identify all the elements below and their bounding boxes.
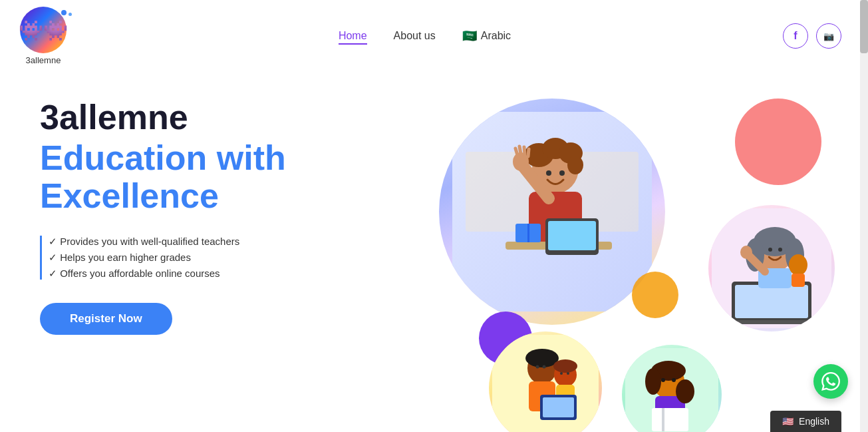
nav-link-about[interactable]: About us: [394, 30, 436, 41]
hero-title-black: 3allemne: [40, 99, 386, 136]
svg-point-46: [536, 365, 539, 369]
small-image-1-placeholder: [708, 205, 835, 331]
svg-point-49: [567, 372, 569, 375]
main-image-placeholder: [439, 99, 665, 325]
svg-point-54: [645, 368, 661, 395]
facebook-button[interactable]: f: [783, 23, 808, 49]
svg-rect-59: [662, 408, 664, 431]
svg-rect-25: [722, 320, 821, 324]
logo-dots: [61, 10, 72, 16]
svg-line-12: [524, 147, 525, 154]
svg-point-55: [676, 379, 694, 403]
svg-point-35: [768, 248, 772, 252]
svg-line-10: [515, 148, 517, 155]
svg-rect-58: [652, 408, 688, 431]
nav-item-home[interactable]: Home: [339, 30, 367, 42]
small-image-circle-1: [708, 205, 835, 331]
svg-point-56: [661, 378, 665, 382]
svg-line-13: [528, 149, 529, 156]
svg-point-47: [543, 365, 546, 369]
logo-icon: 👾: [20, 7, 67, 53]
arabic-flag-icon: 🇸🇦: [462, 29, 477, 43]
feature-3: ✓ Offers you affordable online courses: [49, 268, 386, 280]
nav-item-lang[interactable]: 🇸🇦 Arabic: [462, 29, 511, 43]
svg-rect-16: [548, 221, 596, 250]
navbar: 👾 3allemne Home About us 🇸🇦 Arabic f 📷: [0, 0, 868, 72]
hero-title-blue-line1: Education with Excellence: [40, 139, 386, 215]
language-bar[interactable]: 🇺🇸 English: [770, 411, 841, 432]
svg-rect-43: [543, 397, 574, 417]
hero-left: 3allemne Education with Excellence ✓ Pro…: [40, 85, 386, 431]
scrollbar-thumb[interactable]: [860, 0, 868, 53]
svg-rect-34: [792, 274, 805, 287]
hero-section: 3allemne Education with Excellence ✓ Pro…: [0, 72, 868, 432]
scrollbar[interactable]: [860, 0, 868, 432]
svg-point-57: [672, 378, 676, 382]
nav-link-arabic[interactable]: Arabic: [481, 30, 511, 42]
small-image-circle-3: [622, 345, 722, 432]
small-image-3-placeholder: [622, 345, 722, 432]
social-icons: f 📷: [783, 23, 841, 49]
pink-circle-decoration: [735, 99, 821, 185]
nav-links: Home About us 🇸🇦 Arabic: [339, 29, 511, 43]
feature-2: ✓ Helps you earn higher grades: [49, 252, 386, 264]
lang-label: English: [799, 416, 829, 427]
hero-right: [386, 85, 841, 431]
logo-name: 3allemne: [26, 55, 61, 65]
lang-flag-icon: 🇺🇸: [782, 416, 794, 427]
svg-point-48: [560, 372, 563, 375]
svg-point-33: [789, 254, 807, 276]
feature-1: ✓ Provides you with well-qualified teach…: [49, 236, 386, 248]
svg-point-36: [778, 248, 782, 252]
main-image-circle: [439, 99, 665, 325]
svg-point-18: [559, 170, 565, 176]
svg-point-45: [553, 359, 577, 373]
svg-line-11: [519, 146, 521, 154]
svg-point-6: [567, 156, 583, 174]
svg-rect-20: [527, 224, 529, 242]
register-button[interactable]: Register Now: [40, 303, 172, 335]
svg-rect-24: [735, 285, 808, 318]
hero-features: ✓ Provides you with well-qualified teach…: [40, 236, 386, 280]
whatsapp-button[interactable]: [813, 364, 848, 399]
logo[interactable]: 👾 3allemne: [20, 7, 67, 65]
svg-point-17: [546, 170, 551, 176]
nav-item-about[interactable]: About us: [394, 30, 436, 42]
nav-link-home[interactable]: Home: [339, 30, 367, 45]
orange-circle-decoration: [632, 272, 678, 318]
svg-point-32: [740, 246, 752, 259]
instagram-button[interactable]: 📷: [816, 23, 841, 49]
small-image-circle-2: [489, 331, 602, 432]
small-image-2-placeholder: [489, 331, 602, 432]
